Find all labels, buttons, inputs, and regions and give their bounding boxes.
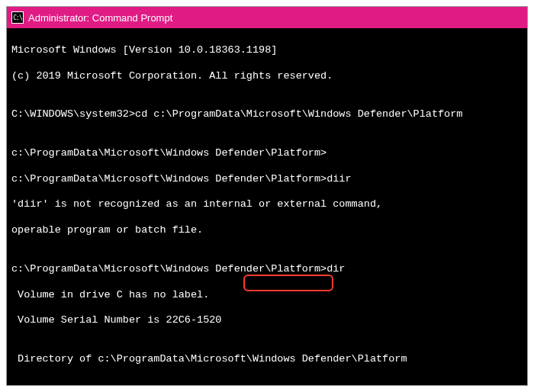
prompt-line: c:\ProgramData\Microsoft\Windows Defende… [11, 173, 523, 186]
output-line: Volume Serial Number is 22C6-1520 [11, 314, 523, 327]
output-line: Microsoft Windows [Version 10.0.18363.11… [11, 44, 523, 57]
titlebar[interactable]: C:\ Administrator: Command Prompt [7, 7, 527, 28]
command-prompt-window: C:\ Administrator: Command Prompt Micros… [6, 6, 528, 386]
prompt-line: C:\WINDOWS\system32>cd c:\ProgramData\Mi… [11, 108, 523, 121]
output-line: 'diir' is not recognized as an internal … [11, 198, 523, 211]
window-title: Administrator: Command Prompt [28, 12, 172, 24]
output-line: Directory of c:\ProgramData\Microsoft\Wi… [11, 353, 523, 366]
prompt-line: c:\ProgramData\Microsoft\Windows Defende… [11, 147, 523, 160]
output-line: (c) 2019 Microsoft Corporation. All righ… [11, 70, 523, 83]
cmd-icon: C:\ [11, 11, 24, 24]
output-line: operable program or batch file. [11, 224, 523, 237]
output-line: Volume in drive C has no label. [11, 289, 523, 302]
terminal-output[interactable]: Microsoft Windows [Version 10.0.18363.11… [7, 28, 527, 385]
prompt-line: c:\ProgramData\Microsoft\Windows Defende… [11, 263, 523, 276]
